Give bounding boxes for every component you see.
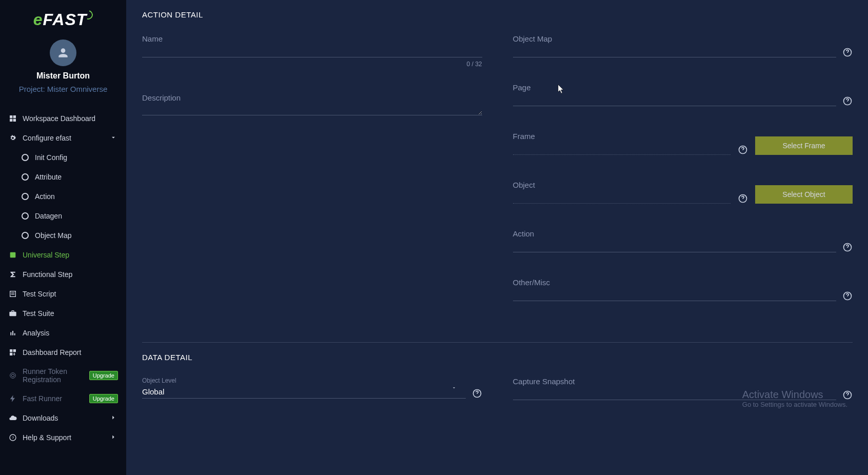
step-icon	[8, 250, 17, 260]
bolt-icon	[8, 394, 17, 403]
help-icon[interactable]	[842, 242, 853, 252]
sidebar-configure-efast[interactable]: Configure efast	[0, 128, 126, 148]
sidebar-datagen[interactable]: Datagen	[0, 206, 126, 226]
help-icon[interactable]	[842, 390, 853, 400]
section-title: DATA DETAIL	[142, 353, 853, 362]
nav-label: Analysis	[23, 329, 118, 337]
project-name[interactable]: Project: Mister Omniverse	[0, 85, 126, 93]
sidebar-dashboard-report[interactable]: Dashboard Report	[0, 343, 126, 362]
person-icon	[56, 46, 70, 60]
profile-block: Mister Burton Project: Mister Omniverse	[0, 34, 126, 104]
nav-label: Fast Runner	[23, 394, 84, 403]
sidebar-help-support[interactable]: ? Help & Support	[0, 428, 126, 447]
objectmap-input[interactable]	[513, 44, 837, 57]
svg-rect-3	[13, 119, 16, 122]
help-icon[interactable]	[738, 193, 748, 204]
name-label: Name	[142, 34, 482, 43]
svg-rect-4	[10, 252, 16, 258]
action-input[interactable]	[513, 239, 837, 252]
nav-label: Attribute	[35, 173, 118, 181]
svg-rect-9	[12, 331, 13, 335]
capture-snapshot-field: Capture Snapshot	[513, 377, 853, 400]
radio-icon	[21, 172, 30, 182]
help-icon[interactable]	[472, 388, 482, 399]
svg-rect-13	[10, 353, 12, 355]
sigma-icon	[8, 270, 17, 279]
nav-label: Downloads	[23, 414, 105, 422]
frame-input[interactable]	[513, 142, 731, 155]
nav-label: Action	[35, 192, 118, 201]
dashboard-report-icon	[8, 348, 17, 357]
logo: eFAST	[0, 0, 126, 34]
objectmap-field: Object Map	[513, 34, 853, 57]
suitcase-icon	[8, 309, 17, 318]
svg-rect-1	[13, 115, 16, 118]
nav-label: Functional Step	[23, 270, 118, 279]
action-field: Action	[513, 229, 853, 252]
nav-label: Test Suite	[23, 309, 118, 318]
select-frame-button[interactable]: Select Frame	[755, 136, 853, 155]
sidebar-analysis[interactable]: Analysis	[0, 323, 126, 343]
svg-rect-8	[10, 332, 11, 335]
nav-label: Dashboard Report	[23, 348, 118, 357]
svg-rect-0	[10, 115, 12, 118]
page-label: Page	[513, 83, 837, 92]
select-object-button[interactable]: Select Object	[755, 185, 853, 204]
right-column: Object Map Page	[513, 34, 853, 327]
avatar[interactable]	[50, 39, 76, 66]
othermisc-input[interactable]	[513, 288, 837, 301]
object-level-select[interactable]: Global	[142, 385, 466, 399]
main-content: ACTION DETAIL Name 0 / 32 Description	[127, 0, 868, 475]
username: Mister Burton	[0, 71, 126, 81]
object-level-label: Object Level	[142, 377, 466, 384]
sidebar-workspace-dashboard[interactable]: Workspace Dashboard	[0, 109, 126, 128]
help-icon[interactable]	[842, 291, 853, 301]
name-input[interactable]	[142, 44, 482, 57]
description-input[interactable]	[142, 103, 482, 115]
nav-label: Runner Token Registration	[23, 367, 84, 384]
objectmap-label: Object Map	[513, 34, 837, 43]
radio-icon	[21, 211, 30, 221]
script-icon	[8, 289, 17, 299]
svg-rect-2	[10, 119, 12, 122]
nav-label: Object Map	[35, 231, 118, 240]
sidebar-init-config[interactable]: Init Config	[0, 148, 126, 167]
chart-icon	[8, 328, 17, 338]
upgrade-badge[interactable]: Upgrade	[89, 394, 118, 403]
section-title: ACTION DETAIL	[142, 10, 853, 19]
sidebar-attribute[interactable]: Attribute	[0, 167, 126, 187]
action-detail-panel: ACTION DETAIL Name 0 / 32 Description	[127, 0, 868, 405]
sidebar: eFAST Mister Burton Project: Mister Omni…	[0, 0, 127, 475]
sidebar-runner-token[interactable]: Runner Token Registration Upgrade	[0, 362, 126, 389]
help-icon[interactable]	[842, 47, 853, 57]
help-icon[interactable]	[738, 145, 748, 155]
sidebar-objectmap[interactable]: Object Map	[0, 226, 126, 245]
chevron-right-icon	[110, 433, 118, 442]
nav-label: Universal Step	[23, 251, 118, 259]
svg-rect-10	[14, 333, 15, 335]
sidebar-universal-step[interactable]: Universal Step	[0, 245, 126, 265]
sidebar-action[interactable]: Action	[0, 187, 126, 206]
name-counter: 0 / 32	[142, 61, 482, 68]
nav-label: Test Script	[23, 290, 118, 298]
nav-label: Configure efast	[23, 134, 105, 142]
radio-icon	[21, 231, 30, 240]
sidebar-test-suite[interactable]: Test Suite	[0, 304, 126, 323]
sidebar-functional-step[interactable]: Functional Step	[0, 265, 126, 284]
chevron-down-icon	[110, 134, 118, 142]
page-field: Page	[513, 83, 853, 106]
othermisc-label: Other/Misc	[513, 278, 837, 287]
name-field: Name 0 / 32	[142, 34, 482, 68]
sidebar-fast-runner[interactable]: Fast Runner Upgrade	[0, 389, 126, 408]
sidebar-downloads[interactable]: Downloads	[0, 408, 126, 428]
object-field: Object Select Object	[513, 181, 853, 204]
upgrade-badge[interactable]: Upgrade	[89, 371, 118, 380]
chevron-right-icon	[110, 414, 118, 422]
sidebar-test-script[interactable]: Test Script	[0, 284, 126, 304]
page-input[interactable]	[513, 93, 837, 106]
capture-snapshot-input[interactable]	[513, 387, 837, 400]
object-input[interactable]	[513, 190, 731, 204]
svg-rect-12	[13, 349, 16, 352]
help-icon[interactable]	[842, 96, 853, 106]
cloud-download-icon	[8, 413, 17, 423]
